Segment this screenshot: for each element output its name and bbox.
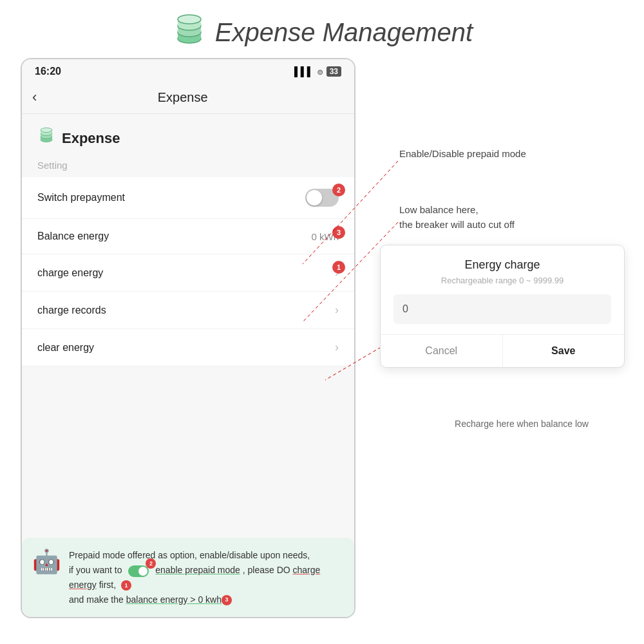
menu-item-charge-energy[interactable]: charge energy › 1 <box>22 254 354 292</box>
dialog-input-wrap <box>381 294 624 334</box>
header-icon <box>171 14 207 50</box>
dialog-save-button[interactable]: Save <box>503 335 625 367</box>
bottom-info: 🤖 Prepaid mode offered as option, enable… <box>22 538 354 594</box>
annotation-prepaid-text: Enable/Disable prepaid mode <box>399 148 526 159</box>
menu-item-clear-energy[interactable]: clear energy › <box>22 329 354 366</box>
bot-icon: 🤖 <box>32 548 61 575</box>
status-icons: ▌▌▌ ⌾ 33 <box>294 66 341 77</box>
info-line1: Prepaid mode offered as option, enable/d… <box>69 550 310 560</box>
badge-2: 2 <box>332 184 345 196</box>
annotation-recharge-text: Recharge here when balance low <box>455 419 589 429</box>
status-bar: 16:20 ▌▌▌ ⌾ 33 <box>22 59 354 84</box>
charge-records-label: charge records <box>37 305 106 316</box>
phone-frame: 16:20 ▌▌▌ ⌾ 33 ‹ Expense <box>21 58 355 618</box>
signal-icon: ▌▌▌ <box>294 66 314 77</box>
nav-bar: ‹ Expense <box>22 84 354 114</box>
page-heading: Expense <box>22 114 354 156</box>
dialog-subtitle: Rechargeable range 0 ~ 9999.99 <box>381 276 624 294</box>
dialog-cancel-button[interactable]: Cancel <box>381 335 503 367</box>
info-line2c: first, <box>99 580 116 590</box>
inline-toggle-knob <box>138 567 147 576</box>
main-content: Expense Setting Switch prepayment 2 Bala… <box>22 114 354 594</box>
badge-inline-1: 1 <box>121 580 131 591</box>
nav-title: Expense <box>47 90 318 105</box>
page-heading-text: Expense <box>62 130 120 147</box>
switch-prepayment-label: Switch prepayment <box>37 192 125 204</box>
section-label: Setting <box>22 156 354 177</box>
badge-inline-2: 2 <box>146 558 156 569</box>
svg-point-9 <box>178 15 201 24</box>
dialog-input[interactable] <box>393 294 611 324</box>
battery-badge: 33 <box>327 66 341 77</box>
wifi-icon: ⌾ <box>317 66 323 77</box>
info-enable-text: enable prepaid mode <box>155 565 240 575</box>
info-line2a: if you want to <box>69 565 122 575</box>
svg-point-16 <box>41 128 52 133</box>
menu-item-charge-records[interactable]: charge records › <box>22 292 354 329</box>
chevron-icon-records: › <box>335 303 339 317</box>
balance-energy-label: Balance energy <box>37 231 109 242</box>
info-line2b: , please DO <box>243 565 290 575</box>
menu-item-balance-energy: Balance energy 0 kWh 3 <box>22 219 354 254</box>
badge-1: 1 <box>332 261 345 274</box>
bottom-info-text: Prepaid mode offered as option, enable/d… <box>69 548 344 594</box>
expense-icon <box>37 127 55 149</box>
coins-icon <box>171 14 207 48</box>
badge-3: 3 <box>332 226 345 239</box>
page-header: Expense Management <box>0 0 644 57</box>
dialog-title: Energy charge <box>381 245 624 276</box>
chevron-icon-clear: › <box>335 341 339 354</box>
energy-charge-dialog: Energy charge Rechargeable range 0 ~ 999… <box>380 245 625 368</box>
clear-energy-label: clear energy <box>37 342 94 354</box>
header-title: Expense Management <box>215 18 473 47</box>
dialog-actions: Cancel Save <box>381 334 624 367</box>
charge-energy-label: charge energy <box>37 267 103 279</box>
menu-item-switch-prepayment[interactable]: Switch prepayment 2 <box>22 177 354 219</box>
annotation-prepaid: Enable/Disable prepaid mode <box>399 147 526 162</box>
annotation-low-balance-text: Low balance here,the breaker will auto c… <box>399 204 515 230</box>
status-time: 16:20 <box>35 66 61 77</box>
back-button[interactable]: ‹ <box>32 89 37 106</box>
toggle-knob <box>307 190 322 205</box>
annotation-recharge: Recharge here when balance low <box>399 417 644 431</box>
annotation-low-balance: Low balance here,the breaker will auto c… <box>399 203 515 232</box>
inline-toggle <box>128 565 149 577</box>
